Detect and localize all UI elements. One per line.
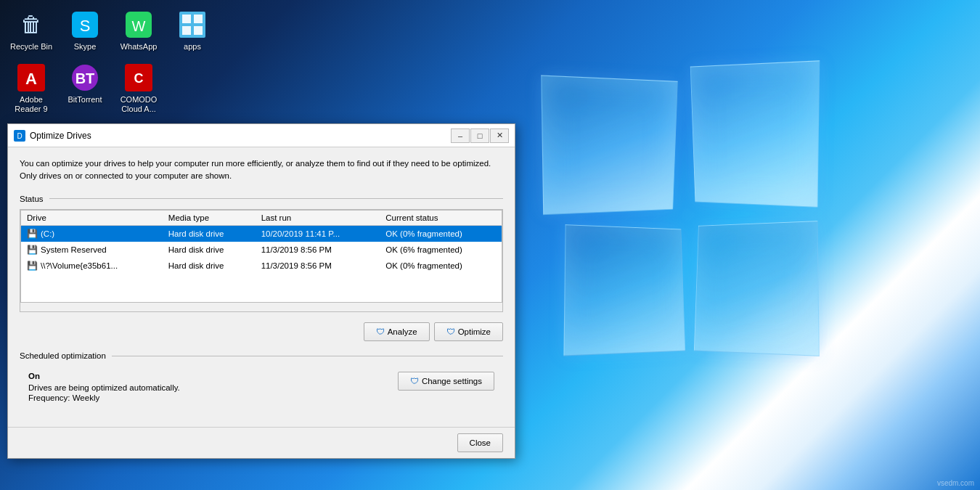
scheduled-section-header: Scheduled optimization — [20, 351, 503, 360]
drive-name: \\?\Volume{e35b61... — [41, 261, 118, 270]
status-cell: OK (0% fragmented) — [380, 225, 502, 242]
svg-text:C: C — [134, 71, 144, 86]
drive-icon-cell: 💾 System Reserved — [27, 245, 157, 255]
windows-logo-bottom-right — [694, 221, 820, 356]
col-media-type: Media type — [163, 210, 256, 225]
change-settings-button[interactable]: 🛡 Change settings — [398, 372, 494, 391]
desktop-icon-apps[interactable]: apps — [167, 6, 218, 56]
dialog-app-icon: D — [14, 130, 25, 142]
status-section-header: Status — [20, 195, 503, 203]
skype-label: Skype — [74, 42, 97, 52]
desktop-icon-whatsapp[interactable]: W WhatsApp — [113, 6, 164, 56]
status-label: Status — [20, 195, 44, 203]
hdd-icon: 💾 — [27, 245, 38, 255]
close-button[interactable]: Close — [457, 433, 503, 452]
table-header: Drive Media type Last run Current status — [21, 210, 502, 225]
optimize-label: Optimize — [458, 327, 491, 336]
desktop-icon-comodo[interactable]: C COMODO Cloud A... — [113, 59, 164, 118]
hdd-icon: 💾 — [27, 229, 38, 239]
close-window-button[interactable]: ✕ — [490, 128, 509, 143]
svg-text:W: W — [132, 18, 146, 34]
svg-rect-6 — [194, 15, 203, 23]
watermark: vsedm.com — [937, 479, 974, 487]
drive-cell: 💾 \\?\Volume{e35b61... — [21, 258, 163, 274]
windows-logo-bottom-left — [563, 224, 685, 356]
desktop-icons: 🗑 Recycle Bin S Skype W — [0, 0, 224, 128]
adobe-icon: A — [17, 63, 46, 92]
comodo-icon: C — [124, 63, 153, 92]
svg-text:D: D — [17, 132, 22, 140]
status-cell: OK (6% fragmented) — [380, 242, 502, 258]
svg-rect-5 — [182, 15, 191, 23]
recycle-bin-label: Recycle Bin — [10, 42, 52, 52]
drive-icon-cell: 💾 (C:) — [27, 229, 157, 239]
change-settings-shield-icon: 🛡 — [410, 376, 419, 386]
last-run-cell: 11/3/2019 8:56 PM — [256, 242, 380, 258]
scheduled-top-row: On Drives are being optimized automatica… — [28, 372, 494, 402]
windows-logo-top-left — [541, 75, 677, 215]
skype-icon: S — [70, 10, 99, 39]
scheduled-optimization-section: Scheduled optimization On Drives are bei… — [20, 351, 503, 408]
scheduled-content: On Drives are being optimized automatica… — [20, 366, 503, 408]
last-run-cell: 11/3/2019 8:56 PM — [256, 258, 380, 274]
media-type-cell: Hard disk drive — [163, 225, 256, 242]
table-row[interactable]: 💾 System Reserved Hard disk drive 11/3/2… — [21, 242, 502, 258]
col-current-status: Current status — [380, 210, 502, 225]
whatsapp-label: WhatsApp — [121, 42, 158, 52]
status-divider — [49, 198, 503, 199]
scheduled-frequency: Frequency: Weekly — [28, 393, 180, 402]
recycle-bin-icon: 🗑 — [17, 10, 46, 39]
adobe-label: Adobe Reader 9 — [9, 95, 54, 114]
dialog-title: Optimize Drives — [30, 131, 451, 141]
drive-name: (C:) — [41, 229, 54, 238]
col-last-run: Last run — [256, 210, 380, 225]
apps-label: apps — [184, 42, 201, 52]
optimize-button[interactable]: 🛡 Optimize — [434, 322, 503, 341]
optimize-drives-dialog: D Optimize Drives – □ ✕ You can optimize… — [7, 123, 515, 459]
change-settings-label: Change settings — [422, 377, 482, 385]
media-type-cell: Hard disk drive — [163, 242, 256, 258]
media-type-cell: Hard disk drive — [163, 258, 256, 274]
svg-rect-8 — [194, 26, 203, 35]
table-row[interactable]: 💾 \\?\Volume{e35b61... Hard disk drive 1… — [21, 258, 502, 274]
desktop-icon-skype[interactable]: S Skype — [60, 6, 110, 56]
minimize-button[interactable]: – — [451, 128, 470, 143]
empty-row — [21, 274, 502, 303]
svg-text:BT: BT — [75, 70, 95, 86]
analyze-button[interactable]: 🛡 Analyze — [364, 322, 430, 341]
desktop-icon-adobe[interactable]: A Adobe Reader 9 — [6, 59, 57, 118]
bittorrent-label: BitTorrent — [68, 95, 102, 105]
dialog-titlebar[interactable]: D Optimize Drives – □ ✕ — [8, 124, 515, 147]
analyze-shield-icon: 🛡 — [376, 327, 385, 337]
drive-cell: 💾 (C:) — [21, 225, 163, 242]
drive-table: Drive Media type Last run Current status… — [20, 210, 502, 303]
optimize-shield-icon: 🛡 — [446, 327, 455, 337]
svg-text:S: S — [80, 17, 91, 35]
analyze-label: Analyze — [388, 327, 417, 336]
action-buttons: 🛡 Analyze 🛡 Optimize — [20, 322, 503, 341]
maximize-button[interactable]: □ — [470, 128, 489, 143]
scheduled-info: On Drives are being optimized automatica… — [28, 372, 180, 402]
bittorrent-icon: BT — [70, 63, 99, 92]
desktop-icon-recycle-bin[interactable]: 🗑 Recycle Bin — [6, 6, 57, 56]
scheduled-label: Scheduled optimization — [20, 351, 106, 360]
dialog-body: You can optimize your drives to help you… — [8, 147, 515, 427]
desktop: 🗑 Recycle Bin S Skype W — [0, 0, 980, 490]
table-header-row: Drive Media type Last run Current status — [21, 210, 502, 225]
drive-icon-cell: 💾 \\?\Volume{e35b61... — [27, 261, 157, 271]
col-drive: Drive — [21, 210, 163, 225]
scheduled-status: On — [28, 372, 180, 380]
scheduled-divider — [112, 356, 503, 356]
windows-logo-top-right — [690, 60, 820, 208]
icon-row-1: 🗑 Recycle Bin S Skype W — [6, 6, 218, 56]
desktop-icon-bittorrent[interactable]: BT BitTorrent — [60, 59, 110, 118]
dialog-description: You can optimize your drives to help you… — [20, 158, 503, 183]
drive-cell: 💾 System Reserved — [21, 242, 163, 258]
apps-icon — [178, 10, 207, 39]
status-cell: OK (0% fragmented) — [380, 258, 502, 274]
whatsapp-icon: W — [124, 10, 153, 39]
drive-name: System Reserved — [41, 245, 107, 254]
titlebar-buttons: – □ ✕ — [451, 128, 509, 143]
table-body: 💾 (C:) Hard disk drive 10/20/2019 11:41 … — [21, 225, 502, 303]
table-row[interactable]: 💾 (C:) Hard disk drive 10/20/2019 11:41 … — [21, 225, 502, 242]
